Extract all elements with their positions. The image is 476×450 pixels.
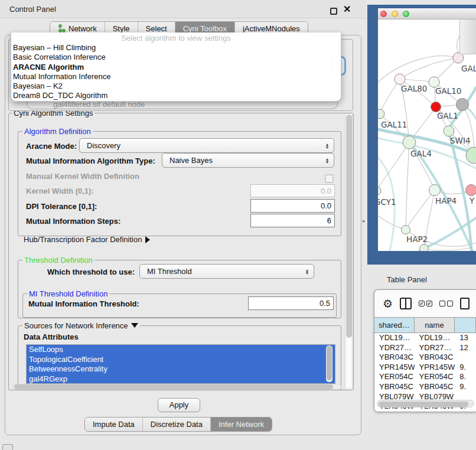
network-node[interactable] [420, 244, 429, 252]
select-none-icon[interactable] [439, 301, 453, 306]
network-edge[interactable] [406, 190, 435, 230]
table-row[interactable]: YER054CYER054C8. [374, 372, 476, 382]
network-canvas[interactable]: GALGAL80GAL10GAL1GAL11GAL4SWI4GCY1HAP4YH… [378, 19, 476, 251]
algorithm-option[interactable]: Dream8 DC_TDC Algorithm [11, 91, 341, 100]
which-threshold-combobox[interactable]: MI Threshold ▲▼ [139, 264, 314, 279]
table-cell: 8. [455, 372, 476, 382]
attribute-list-item[interactable]: TopologicalCoefficient [27, 355, 335, 365]
apply-button[interactable]: Apply [158, 398, 200, 412]
mi-threshold-field[interactable]: 0.5 [248, 296, 334, 310]
data-attributes-label: Data Attributes [24, 332, 79, 341]
minimized-panel-chip[interactable] [2, 444, 13, 450]
network-node-hap2[interactable] [402, 226, 410, 234]
collapse-down-icon [131, 323, 138, 328]
algorithm-option[interactable]: Bayesian – K2 [11, 81, 341, 91]
network-node-gal1[interactable] [431, 102, 441, 112]
table-row[interactable]: YPR145WYPR145W9. [374, 363, 476, 373]
table-row[interactable]: YIL052CYIL052C9 [374, 412, 476, 412]
float-panel-icon[interactable] [330, 8, 337, 15]
manual-kernel-checkbox[interactable] [325, 174, 334, 183]
table-cell: 9. [455, 363, 476, 373]
table-cell: YPR145W [415, 363, 455, 373]
network-edge[interactable] [400, 58, 458, 79]
table-horizontal-scrollbar[interactable] [377, 400, 474, 407]
node-label: GAL [461, 64, 476, 73]
table-row[interactable]: YDR27…YDR27…12 [374, 343, 476, 353]
hub-definition-toggle[interactable]: Hub/Transcription Factor Definition [24, 235, 150, 244]
close-panel-icon[interactable]: ✕ [343, 4, 351, 15]
column-header-shared[interactable]: shared… [374, 318, 415, 332]
tab-impute-data[interactable]: Impute Data [85, 418, 143, 431]
network-node-gal4[interactable] [403, 136, 416, 149]
network-edge[interactable] [406, 142, 409, 230]
column-header[interactable] [455, 318, 476, 332]
network-edge[interactable] [380, 79, 400, 114]
which-threshold-label: Which threshold to use: [47, 268, 135, 276]
table-cell: YBR045C [374, 382, 415, 392]
table-cell: YBR045C [415, 382, 455, 392]
network-node-swi4[interactable] [444, 126, 454, 136]
node-label: GAL10 [435, 86, 461, 96]
aracne-mode-combobox[interactable]: Discovery ▲▼ [79, 138, 334, 153]
attribute-list-item[interactable]: gal4RGexp [27, 374, 335, 384]
node-label: GAL80 [401, 84, 427, 93]
combobox-stepper-icon: ▲▼ [323, 143, 331, 149]
network-node[interactable] [457, 99, 469, 111]
algorithm-option[interactable]: Mutual Information Inference [11, 72, 341, 81]
table-row[interactable]: YBR043CYBR043C [374, 353, 476, 363]
settings-vertical-scrollbar-thumb[interactable] [346, 115, 352, 338]
data-attributes-list[interactable]: SelfLoopsTopologicalCoefficientBetweenne… [26, 344, 335, 384]
network-node-gcy1[interactable] [378, 186, 381, 195]
mi-type-label: Mutual Information Algorithm Type: [26, 156, 155, 165]
select-all-icon[interactable]: ✓✓ [419, 301, 432, 306]
algorithm-definition-title: Algorithm Definition [22, 127, 93, 136]
network-node-gal80[interactable] [395, 74, 405, 84]
node-table: shared…name YDL19…YDL19…13YDR27…YDR27…12… [374, 317, 476, 412]
table-row[interactable]: YBR045CYBR045C9. [374, 382, 476, 392]
algorithm-option[interactable]: Basic Correlation Inference [11, 53, 341, 62]
network-icon [58, 24, 66, 32]
node-label: HAP2 [406, 234, 428, 244]
network-node-gal11[interactable] [378, 109, 384, 119]
threshold-definition-title: Threshold Definition [22, 256, 94, 265]
tab-discretize-data[interactable]: Discretize Data [143, 418, 211, 431]
zoom-traffic-light-icon[interactable] [403, 11, 409, 17]
table-cell: YDR27… [415, 343, 455, 353]
gear-icon[interactable]: ⚙ [383, 298, 393, 309]
attribute-list-item[interactable]: SelfLoops [27, 345, 335, 355]
document-icon[interactable] [460, 298, 470, 309]
sources-title[interactable]: Sources for Network Inference [22, 321, 140, 330]
kernel-width-field[interactable]: 0.0 [250, 184, 335, 197]
network-node-y[interactable] [466, 185, 476, 196]
close-traffic-light-icon[interactable] [380, 11, 387, 17]
minimize-traffic-light-icon[interactable] [392, 11, 398, 17]
node-label: SWI4 [450, 136, 471, 145]
table-cell: YBR043C [415, 353, 455, 363]
table-cell: YDR27… [374, 343, 415, 353]
mi-type-combobox[interactable]: Naive Bayes ▲▼ [162, 153, 334, 168]
attributes-scrollbar[interactable] [326, 345, 332, 382]
network-edge[interactable] [424, 247, 472, 250]
dpi-tolerance-label: DPI Tolerance [0,1]: [26, 202, 97, 211]
manual-kernel-label: Manual Kernel Width Definition [26, 172, 139, 181]
columns-icon[interactable] [400, 298, 412, 309]
tab-infer-network[interactable]: Infer Network [211, 418, 272, 431]
network-edge[interactable] [378, 213, 406, 230]
network-window-titlebar[interactable] [378, 8, 476, 19]
network-node-hap4[interactable] [429, 185, 441, 196]
dpi-tolerance-field[interactable]: 0.0 [250, 199, 335, 213]
mi-steps-field[interactable]: 6 [250, 214, 335, 227]
node-label: GAL1 [437, 111, 458, 120]
network-edge[interactable] [378, 142, 409, 191]
node-label: HAP4 [435, 196, 457, 206]
table-row[interactable]: YDL19…YDL19…13 [374, 333, 476, 343]
column-header-name[interactable]: name [415, 318, 455, 332]
settings-horizontal-scrollbar-thumb[interactable] [14, 384, 333, 389]
background-window-strip [459, 19, 476, 54]
algorithm-option[interactable]: Bayesian – Hill Climbing [11, 43, 341, 53]
panel-divider-grip[interactable]: ▸ [363, 218, 366, 224]
algorithm-option[interactable]: ARACNE Algorithm [11, 63, 341, 72]
algorithm-dropdown-popup: Select algorithm to view settings Bayesi… [11, 32, 341, 102]
table-cell: YER054C [374, 372, 415, 382]
attribute-list-item[interactable]: BetweennessCentrality [27, 364, 335, 374]
